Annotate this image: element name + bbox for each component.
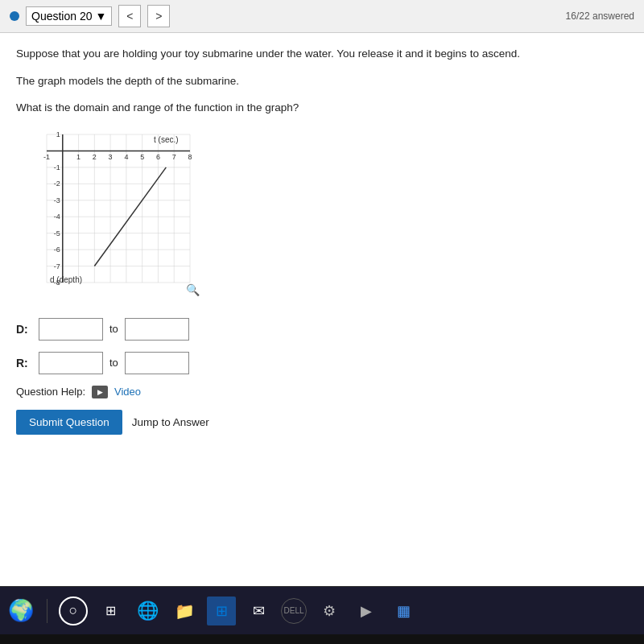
question-help: Question Help: ▶ Video [16,386,628,398]
domain-row: D: to [16,318,628,341]
graph-container [16,123,201,300]
taskbar-folder-icon[interactable]: 📁 [170,597,199,625]
taskbar-dell-icon[interactable]: DELL [281,598,307,624]
main-content: Question 20 ▼ < > 16/22 answered Suppose… [0,0,644,586]
question-select[interactable]: Question 20 ▼ [26,6,112,26]
taskbar-circle-icon[interactable]: ○ [59,597,88,625]
question-label: Question 20 [31,10,93,23]
taskbar-settings-icon[interactable]: ⚙ [315,597,344,625]
submit-button[interactable]: Submit Question [16,410,122,435]
jump-to-answer-button[interactable]: Jump to Answer [132,416,209,428]
range-row: R: to [16,352,628,374]
nav-next-button[interactable]: > [147,5,170,27]
question-dot [10,11,19,21]
top-bar: Question 20 ▼ < > 16/22 answered [0,0,644,33]
video-icon: ▶ [92,386,108,398]
graph-canvas [16,123,201,300]
question-content: Suppose that you are holding your toy su… [0,33,644,586]
range-from-input[interactable] [39,352,103,374]
question-text-2: The graph models the depth of the submar… [16,73,628,89]
chevron-down-icon: ▼ [96,10,107,23]
taskbar-grid-icon[interactable]: ⊞ [96,597,125,625]
domain-from-input[interactable] [39,318,103,341]
domain-label: D: [16,323,32,336]
taskbar-sep-1 [47,599,47,623]
range-to-text: to [109,357,118,369]
taskbar-app-icon[interactable]: ▦ [389,597,418,625]
taskbar-bottom [0,634,644,644]
domain-to-input[interactable] [125,318,189,341]
nav-prev-button[interactable]: < [118,5,141,27]
taskbar-world-icon[interactable]: 🌍 [6,597,35,625]
answered-text: 16/22 answered [566,10,634,22]
video-link[interactable]: Video [114,386,141,398]
taskbar-play-icon[interactable]: ▶ [352,597,381,625]
taskbar-windows-icon[interactable]: ⊞ [207,597,236,625]
taskbar-edge-icon[interactable]: 🌐 [133,597,162,625]
question-text-1: Suppose that you are holding your toy su… [16,46,628,62]
taskbar-mail-icon[interactable]: ✉ [244,597,273,625]
range-to-input[interactable] [125,352,189,374]
taskbar: 🌍 ○ ⊞ 🌐 📁 ⊞ ✉ DELL ⚙ ▶ ▦ [0,586,644,634]
help-label: Question Help: [16,386,85,398]
range-label: R: [16,357,32,369]
domain-to-text: to [109,323,118,335]
button-row: Submit Question Jump to Answer [16,410,628,435]
sub-question-text: What is the domain and range of the func… [16,101,628,114]
